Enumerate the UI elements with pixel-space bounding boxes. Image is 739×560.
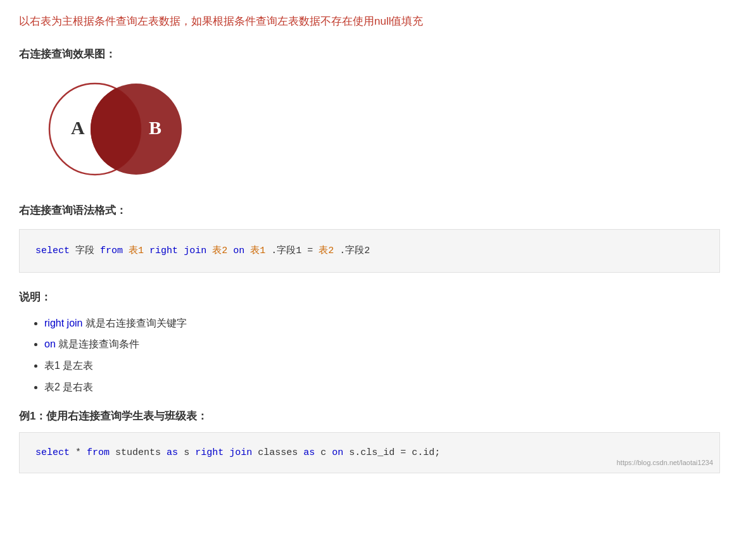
ex1-kw-as1: as [167,447,178,458]
kw-join: join [184,246,206,256]
list-item-2-text: 就是连接查询条件 [58,339,139,349]
syntax-section: 右连接查询语法格式： select 字段 from 表1 right join … [19,202,720,272]
ex1-kw-right: right [195,447,224,458]
list-item-1-keyword: right join [44,318,82,328]
venn-diagram: A B [25,72,203,186]
list-item-2: on 就是连接查询条件 [44,336,720,352]
list-item-4: 表2 是右表 [44,379,720,395]
intro-text: 以右表为主根据条件查询左表数据，如果根据条件查询左表数据不存在使用null值填充 [19,13,720,30]
ex1-kw-on: on [332,447,343,458]
code-text-9: .字段2 [339,246,370,256]
code-text-1: 字段 [75,246,100,256]
ex1-text-1: * [75,447,87,458]
example1-title: 例1：使用右连接查询学生表与班级表： [19,408,720,425]
diagram-section: 右连接查询效果图： A B [19,46,720,186]
ex1-tbl-classes: classes [258,447,298,458]
example1-section: 例1：使用右连接查询学生表与班级表： select * from student… [19,408,720,473]
kw-select: select [35,246,70,256]
list-item-4-text: 表2 是右表 [44,382,93,392]
watermark: https://blog.csdn.net/laotai1234 [617,457,713,470]
description-section: 说明： right join 就是右连接查询关键字 on 就是连接查询条件 表1… [19,289,720,395]
kw-right: right [149,246,178,256]
example1-code-block: select * from students as s right join c… [19,432,720,473]
diagram-title: 右连接查询效果图： [19,46,720,63]
description-list: right join 就是右连接查询关键字 on 就是连接查询条件 表1 是左表… [19,315,720,395]
code-table1: 表1 [129,246,144,256]
syntax-title: 右连接查询语法格式： [19,202,720,219]
list-item-1: right join 就是右连接查询关键字 [44,315,720,332]
ex1-kw-as2: as [303,447,315,458]
ex1-tbl-students: students [115,447,161,458]
kw-on: on [233,246,244,256]
code-text-8: .字段1 = [271,246,319,256]
ex1-text-8: c [320,447,332,458]
code-table2: 表2 [212,246,227,256]
syntax-code-block: select 字段 from 表1 right join 表2 on 表1 .字… [19,229,720,273]
list-item-1-text: 就是右连接查询关键字 [85,318,187,328]
list-item-3: 表1 是左表 [44,358,720,374]
svg-text:B: B [149,117,161,138]
ex1-kw-from: from [87,447,110,458]
kw-from: from [100,246,123,256]
code-table4: 表2 [319,246,334,256]
list-item-2-keyword: on [44,339,56,349]
ex1-text-9: s.cls_id = c.id; [349,447,440,458]
ex1-kw-select: select [35,447,70,458]
ex1-text-4: s [184,447,195,458]
description-title: 说明： [19,289,720,306]
list-item-3-text: 表1 是左表 [44,360,93,371]
code-table3: 表1 [250,246,265,256]
svg-text:A: A [71,117,85,138]
ex1-kw-join: join [229,447,252,458]
